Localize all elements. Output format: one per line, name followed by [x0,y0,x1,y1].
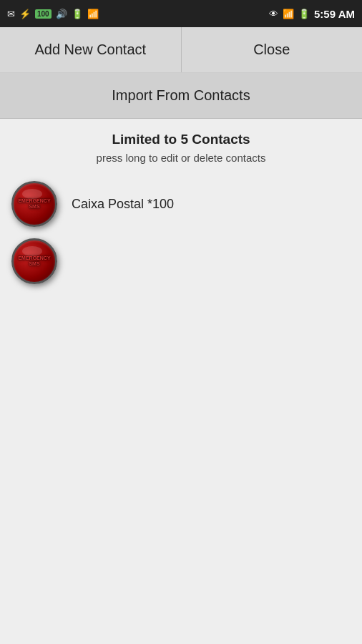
battery-badge: 100 [35,9,52,19]
status-left-icons: ✉ ⚡ 100 🔊 🔋 📶 [7,9,99,19]
battery-icon: 🔋 [72,9,83,19]
status-right-icons: 👁 📶 🔋 5:59 AM [269,8,355,20]
add-new-contact-button[interactable]: Add New Contact [0,27,182,72]
limited-contacts-text: Limited to 5 Contacts [7,132,355,147]
close-button[interactable]: Close [182,27,363,72]
emergency-label-2: EMERGENCY SMS [18,255,50,266]
eye-icon: 👁 [269,9,278,19]
battery-full-icon: 🔋 [298,9,310,19]
wifi-icon: 📶 [87,9,99,19]
main-content: Add New Contact Close Import From Contac… [0,27,362,644]
top-buttons-row: Add New Contact Close [0,27,362,73]
import-from-contacts-button[interactable]: Import From Contacts [0,73,362,119]
contact-name-1: Caixa Postal [72,197,144,211]
email-icon: ✉ [7,9,15,19]
status-bar: ✉ ⚡ 100 🔊 🔋 📶 👁 📶 🔋 5:59 AM [0,0,362,27]
contact-item-1[interactable]: EMERGENCY SMS Caixa Postal *100 [0,177,362,231]
signal-icon: 📶 [283,9,294,19]
hint-text: press long to edit or delete contacts [7,152,355,164]
contact-item-2[interactable]: EMERGENCY SMS [0,234,362,288]
contact-info-1: Caixa Postal *100 [72,197,174,212]
emergency-label-1: EMERGENCY SMS [18,198,50,209]
contact-number-1: *100 [144,197,174,211]
status-time: 5:59 AM [314,8,355,20]
emergency-sms-button-2[interactable]: EMERGENCY SMS [11,238,57,284]
audio-icon: 🔊 [56,9,67,19]
emergency-sms-button-1[interactable]: EMERGENCY SMS [11,181,57,227]
usb-icon: ⚡ [19,9,31,19]
contacts-list: EMERGENCY SMS Caixa Postal *100 EMERGENC… [0,170,362,298]
info-section: Limited to 5 Contacts press long to edit… [0,119,362,170]
